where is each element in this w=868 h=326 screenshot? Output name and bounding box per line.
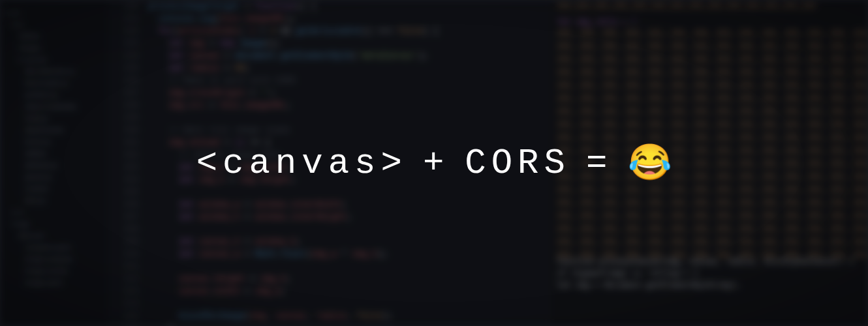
headline: <canvas> + CORS = 😂 <box>0 0 868 326</box>
headline-plus: + <box>423 143 449 183</box>
hero-image: ▸ src▾ jsutilitiesimages▾ canvasidle-det… <box>0 0 868 326</box>
headline-cors: CORS <box>465 143 570 183</box>
headline-canvas-tag: <canvas> <box>196 143 407 183</box>
headline-equals: = <box>586 143 612 183</box>
headline-emoji: 😂 <box>628 141 672 185</box>
